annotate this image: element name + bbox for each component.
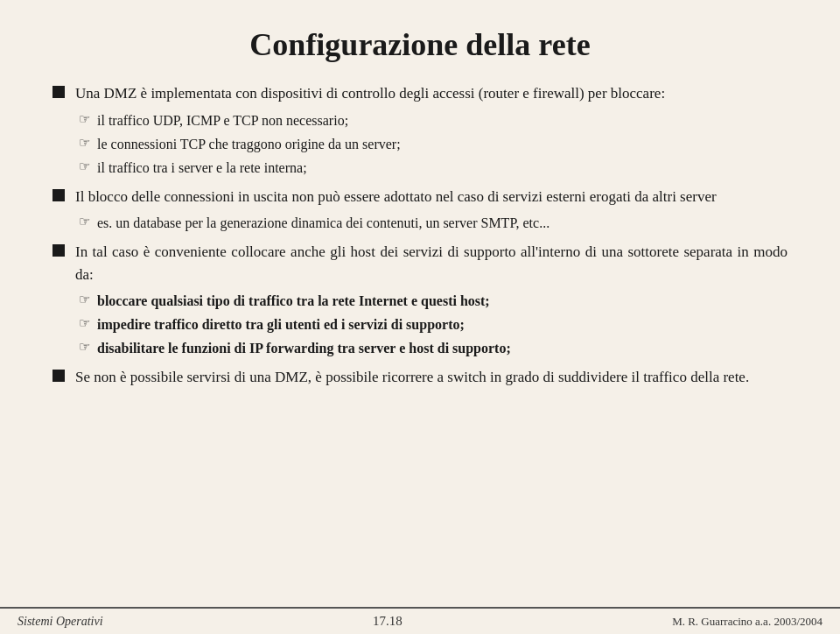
sub-bullets-3: ☞ bloccare qualsiasi tipo di traffico tr…: [79, 291, 788, 359]
sub-bullets-2: ☞ es. un database per la generazione din…: [79, 213, 788, 234]
square-bullet-icon-4: [52, 370, 65, 382]
main-content: Configurazione della rete Una DMZ è impl…: [0, 0, 840, 607]
hand-icon: ☞: [79, 158, 90, 174]
sub-bullet-3-1: ☞ bloccare qualsiasi tipo di traffico tr…: [79, 291, 788, 312]
bullet3-text: In tal caso è conveniente collocare anch…: [75, 241, 788, 285]
sub-bullet-3-3: ☞ disabilitare le funzioni di IP forward…: [79, 338, 788, 359]
sub-bullet-1-3: ☞ il traffico tra i server e la rete int…: [79, 158, 788, 179]
sub-text-3-1: bloccare qualsiasi tipo di traffico tra …: [97, 291, 490, 312]
sub-text-1-2: le connessioni TCP che traggono origine …: [97, 134, 401, 155]
sub-text-2-1: es. un database per la generazione dinam…: [97, 213, 550, 234]
sub-bullets-1: ☞ il traffico UDP, ICMP e TCP non necess…: [79, 110, 788, 179]
bullet4-text: Se non è possibile servirsi di una DMZ, …: [75, 366, 749, 389]
square-bullet-icon: [52, 86, 65, 98]
sub-bullet-3-2: ☞ impedire traffico diretto tra gli uten…: [79, 314, 788, 335]
slide-title: Configurazione della rete: [52, 26, 788, 63]
bullet-section-3: In tal caso è conveniente collocare anch…: [52, 241, 788, 359]
sub-text-3-3: disabilitare le funzioni di IP forwardin…: [97, 338, 511, 359]
footer-right: M. R. Guarracino a.a. 2003/2004: [672, 615, 822, 629]
sub-text-3-2: impedire traffico diretto tra gli utenti…: [97, 314, 465, 335]
footer-left: Sistemi Operativi: [18, 615, 103, 629]
bullet-main-3: In tal caso è conveniente collocare anch…: [52, 241, 788, 285]
hand-icon: ☞: [79, 135, 90, 151]
bullet-main-1: Una DMZ è implementata con dispositivi d…: [52, 82, 788, 105]
hand-icon: ☞: [79, 292, 90, 307]
bullet-section-4: Se non è possibile servirsi di una DMZ, …: [52, 366, 788, 389]
sub-text-1-1: il traffico UDP, ICMP e TCP non necessar…: [97, 110, 348, 131]
slide-page: Configurazione della rete Una DMZ è impl…: [0, 0, 840, 634]
bullet-section-2: Il blocco delle connessioni in uscita no…: [52, 186, 788, 235]
hand-icon: ☞: [79, 339, 90, 355]
hand-icon: ☞: [79, 315, 90, 331]
sub-bullet-2-1: ☞ es. un database per la generazione din…: [79, 213, 788, 234]
hand-icon: ☞: [79, 111, 90, 127]
bullet-main-2: Il blocco delle connessioni in uscita no…: [52, 186, 788, 208]
bullet2-text: Il blocco delle connessioni in uscita no…: [75, 186, 717, 208]
bullet1-text: Una DMZ è implementata con dispositivi d…: [75, 82, 665, 105]
sub-bullet-1-1: ☞ il traffico UDP, ICMP e TCP non necess…: [79, 110, 788, 131]
square-bullet-icon-2: [52, 189, 65, 201]
square-bullet-icon-3: [52, 244, 65, 257]
footer-center: 17.18: [373, 614, 402, 629]
bullet-section-1: Una DMZ è implementata con dispositivi d…: [52, 82, 788, 179]
sub-text-1-3: il traffico tra i server e la rete inter…: [97, 158, 307, 179]
hand-icon: ☞: [79, 214, 90, 229]
sub-bullet-1-2: ☞ le connessioni TCP che traggono origin…: [79, 134, 788, 155]
bullet-main-4: Se non è possibile servirsi di una DMZ, …: [52, 366, 788, 389]
footer: Sistemi Operativi 17.18 M. R. Guarracino…: [0, 607, 840, 634]
